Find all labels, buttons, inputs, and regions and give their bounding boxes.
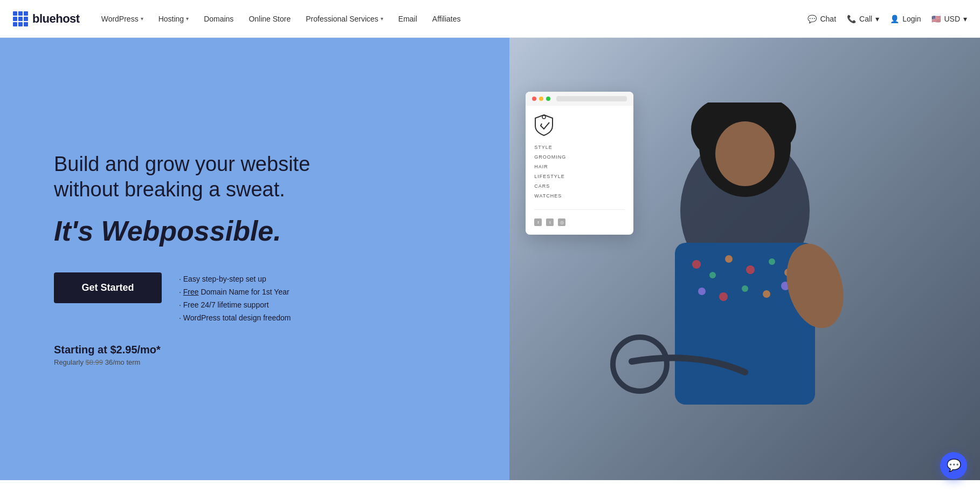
mockup-nav-item: STYLE: [534, 145, 625, 150]
mockup-nav-item: CARS: [534, 183, 625, 189]
hero-headline: Build and grow your websitewithout break…: [54, 152, 466, 203]
currency-label: USD: [944, 15, 960, 23]
pricing-sub-prefix: Regularly: [54, 358, 86, 366]
get-started-button[interactable]: Get Started: [54, 272, 162, 303]
wordpress-chevron-icon: ▾: [141, 16, 143, 22]
svg-point-18: [613, 337, 667, 391]
nav-item-email[interactable]: Email: [392, 10, 424, 28]
hosting-chevron-icon: ▾: [186, 16, 189, 22]
cta-row: Get Started · Easy step-by-step set up· …: [54, 272, 466, 322]
mockup-social: f t ◎: [534, 209, 625, 226]
svg-point-11: [769, 258, 775, 265]
pricing: Starting at $2.95/mo* Regularly $8.99 36…: [54, 344, 466, 366]
benefit-item: · Free Domain Name for 1st Year: [179, 288, 291, 296]
window-dot-red: [532, 97, 536, 101]
twitter-icon: t: [546, 218, 554, 226]
benefit-link[interactable]: Free: [183, 288, 199, 296]
pricing-term: 36/mo term: [103, 358, 140, 366]
login-label: Login: [902, 15, 921, 23]
call-label: Call: [859, 15, 872, 23]
pricing-main: Starting at $2.95/mo*: [54, 344, 466, 356]
facebook-icon: f: [534, 218, 542, 226]
nav-item-wordpress[interactable]: WordPress▾: [95, 10, 150, 28]
header-action-chat[interactable]: 💬Chat: [808, 15, 836, 23]
mockup-search-bar: [556, 96, 627, 101]
mockup-nav-list: STYLEGROOMINGHAIRLIFESTYLECARSWATCHES: [534, 145, 625, 199]
chat-bubble-icon: 💬: [947, 459, 961, 473]
chat-label: Chat: [820, 15, 836, 23]
nav-item-affiliates[interactable]: Affiliates: [426, 10, 467, 28]
hero-tagline: It's Webpossible.: [54, 216, 466, 247]
user-icon: 👤: [890, 15, 899, 23]
chat-bubble-icon: 💬: [808, 15, 817, 23]
benefit-item: · Free 24/7 lifetime support: [179, 300, 291, 309]
nav-item-online-store[interactable]: Online Store: [242, 10, 297, 28]
hero-right: STYLEGROOMINGHAIRLIFESTYLECARSWATCHES f …: [509, 38, 980, 480]
website-mockup: STYLEGROOMINGHAIRLIFESTYLECARSWATCHES f …: [526, 92, 633, 235]
professional-services-chevron-icon: ▾: [381, 16, 383, 22]
logo[interactable]: bluehost: [13, 11, 80, 26]
benefit-item: · WordPress total design freedom: [179, 313, 291, 322]
nav-item-domains[interactable]: Domains: [197, 10, 240, 28]
pricing-regular: $8.99: [86, 358, 103, 366]
mockup-logo-area: [534, 114, 625, 136]
phone-icon: 📞: [847, 15, 856, 23]
mockup-nav-item: LIFESTYLE: [534, 174, 625, 179]
mockup-nav-item: HAIR: [534, 164, 625, 169]
live-chat-button[interactable]: 💬: [940, 452, 967, 479]
mockup-nav-item: GROOMING: [534, 154, 625, 160]
svg-point-14: [719, 292, 728, 301]
svg-point-5: [715, 121, 775, 186]
person-illustration: [589, 102, 901, 480]
instagram-icon: ◎: [558, 218, 565, 226]
svg-point-16: [763, 290, 770, 298]
header-left: bluehost WordPress▾Hosting▾DomainsOnline…: [13, 10, 467, 28]
svg-point-15: [742, 285, 748, 292]
benefit-item: · Easy step-by-step set up: [179, 275, 291, 283]
call-chevron-icon: ▾: [875, 15, 879, 23]
site-header: bluehost WordPress▾Hosting▾DomainsOnline…: [0, 0, 980, 38]
mockup-shield-icon: [534, 114, 554, 136]
nav-item-hosting[interactable]: Hosting▾: [152, 10, 195, 28]
nav-item-professional-services[interactable]: Professional Services▾: [299, 10, 390, 28]
svg-point-8: [709, 272, 716, 278]
hero-section: Build and grow your websitewithout break…: [0, 38, 980, 480]
logo-grid-icon: [13, 11, 28, 26]
mockup-nav-item: WATCHES: [534, 193, 625, 199]
logo-text: bluehost: [32, 12, 80, 26]
hero-left: Build and grow your websitewithout break…: [0, 38, 509, 480]
svg-point-7: [692, 260, 701, 269]
currency-chevron-icon: ▾: [963, 15, 967, 23]
svg-point-9: [725, 255, 733, 263]
flag-icon: 🇺🇸: [931, 15, 941, 23]
header-action-call[interactable]: 📞Call▾: [847, 15, 879, 23]
header-right: 💬Chat📞Call▾👤Login🇺🇸USD▾: [808, 15, 967, 23]
mockup-header: [526, 92, 633, 106]
window-dot-green: [546, 97, 550, 101]
mockup-content: STYLEGROOMINGHAIRLIFESTYLECARSWATCHES f …: [526, 106, 633, 235]
svg-point-20: [542, 115, 546, 119]
svg-point-13: [698, 288, 706, 295]
header-action-currency[interactable]: 🇺🇸USD▾: [931, 15, 967, 23]
svg-point-10: [746, 265, 755, 274]
main-nav: WordPress▾Hosting▾DomainsOnline StorePro…: [95, 10, 467, 28]
window-dot-yellow: [539, 97, 543, 101]
header-action-login[interactable]: 👤Login: [890, 15, 921, 23]
benefits-list: · Easy step-by-step set up· Free Domain …: [179, 272, 291, 322]
pricing-sub: Regularly $8.99 36/mo term: [54, 358, 466, 366]
